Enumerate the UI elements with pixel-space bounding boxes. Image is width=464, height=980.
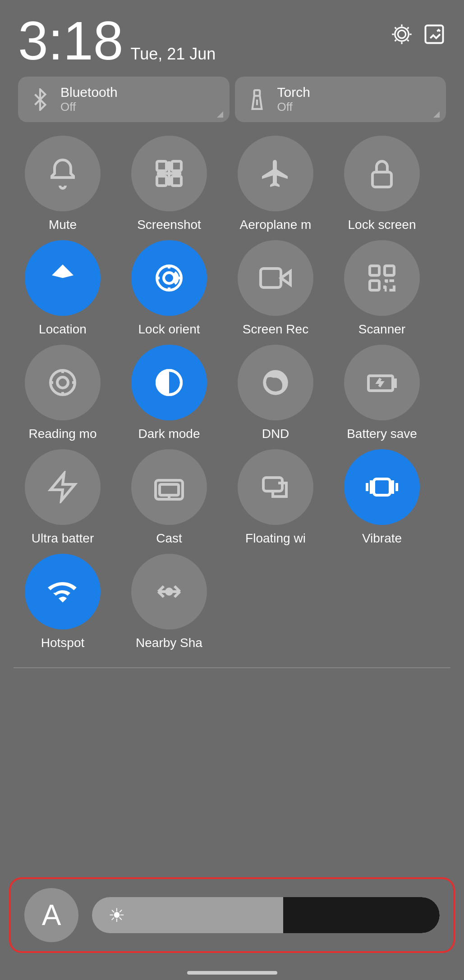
- avatar-button[interactable]: A: [24, 888, 78, 942]
- settings-icon[interactable]: [390, 23, 413, 46]
- lockorient-label: Lock orient: [138, 322, 200, 337]
- cast-circle: [131, 449, 207, 525]
- floatingwindow-icon: [259, 471, 292, 503]
- scanner-tile[interactable]: Scanner: [333, 240, 431, 337]
- lockscreen-icon: [366, 157, 398, 190]
- svg-rect-7: [172, 161, 181, 171]
- darkmode-tile[interactable]: Dark mode: [120, 345, 218, 441]
- cast-icon: [153, 471, 185, 503]
- location-icon: [46, 262, 79, 294]
- readingmode-tile[interactable]: Reading mo: [14, 345, 112, 441]
- clock-date: Tue, 21 Jun: [131, 45, 216, 64]
- dnd-circle: [238, 345, 313, 420]
- ultrabattery-label: Ultra batter: [32, 531, 94, 546]
- readingmode-label: Reading mo: [29, 427, 97, 441]
- location-tile[interactable]: Location: [14, 240, 112, 337]
- vibrate-icon: [366, 471, 398, 503]
- status-icons: [390, 14, 446, 46]
- dnd-icon: [259, 366, 292, 399]
- dnd-tile[interactable]: DND: [226, 345, 325, 441]
- home-indicator: [187, 971, 277, 975]
- scanner-icon: [366, 262, 398, 294]
- aeroplane-icon: [259, 157, 292, 190]
- mute-label: Mute: [49, 218, 77, 232]
- bluetooth-label: Bluetooth: [60, 85, 118, 100]
- svg-marker-15: [281, 271, 290, 285]
- screenshot-tile[interactable]: Screenshot: [120, 136, 218, 232]
- svg-rect-2: [426, 26, 443, 43]
- bottom-bar: A ☀: [9, 877, 455, 953]
- location-circle: [25, 240, 101, 316]
- vibrate-label: Vibrate: [362, 531, 402, 546]
- clock-time: 3:18: [18, 14, 124, 68]
- svg-point-0: [398, 30, 405, 38]
- hotspot-tile[interactable]: Hotspot: [14, 554, 112, 650]
- edit-icon[interactable]: [423, 23, 446, 46]
- aeroplane-tile[interactable]: Aeroplane m: [226, 136, 325, 232]
- svg-rect-12: [372, 172, 391, 187]
- svg-rect-17: [370, 266, 379, 275]
- lockorient-tile[interactable]: Lock orient: [120, 240, 218, 337]
- screenshot-icon: [153, 157, 185, 190]
- lockscreen-circle: [344, 136, 420, 211]
- vibrate-tile[interactable]: Vibrate: [333, 449, 431, 546]
- batterysave-icon: [366, 366, 398, 399]
- lockscreen-tile[interactable]: Lock screen: [333, 136, 431, 232]
- screenshot-circle: [131, 136, 207, 211]
- svg-point-21: [57, 377, 68, 388]
- svg-point-14: [164, 273, 175, 283]
- lockscreen-label: Lock screen: [348, 218, 416, 232]
- time-block: 3:18 Tue, 21 Jun: [18, 14, 216, 68]
- ultrabattery-circle: [25, 449, 101, 525]
- torch-icon: [246, 88, 268, 111]
- torch-tile[interactable]: Torch Off: [235, 77, 446, 122]
- brightness-slider[interactable]: ☀: [92, 897, 440, 933]
- floatingwindow-tile[interactable]: Floating wi: [226, 449, 325, 546]
- ultrabattery-tile[interactable]: Ultra batter: [14, 449, 112, 546]
- avatar-label: A: [42, 898, 61, 932]
- bluetooth-arrow: [217, 111, 223, 118]
- batterysave-tile[interactable]: Battery save: [333, 345, 431, 441]
- svg-rect-16: [261, 269, 281, 287]
- nearbyshare-icon: [153, 575, 185, 608]
- batterysave-circle: [344, 345, 420, 420]
- hotspot-circle: [25, 554, 101, 629]
- screenrec-tile[interactable]: Screen Rec: [226, 240, 325, 337]
- nearbyshare-tile[interactable]: Nearby Sha: [120, 554, 218, 650]
- tiles-row-5: Hotspot Nearby Sha: [14, 554, 450, 650]
- vibrate-circle: [344, 449, 420, 525]
- batterysave-label: Battery save: [347, 427, 417, 441]
- mute-tile[interactable]: Mute: [14, 136, 112, 232]
- svg-point-20: [51, 370, 75, 395]
- torch-arrow: [433, 111, 440, 118]
- tiles-row-3: Reading mo Dark mode: [14, 345, 450, 441]
- svg-rect-6: [157, 161, 166, 171]
- lockorient-circle: [131, 240, 207, 316]
- ultrabattery-icon: [46, 471, 79, 503]
- hotspot-icon: [46, 575, 79, 608]
- readingmode-icon: [46, 366, 79, 399]
- svg-rect-29: [160, 484, 179, 495]
- tiles-row-4: Ultra batter Cast: [14, 449, 450, 546]
- screenshot-label: Screenshot: [137, 218, 201, 232]
- aeroplane-circle: [238, 136, 313, 211]
- scanner-label: Scanner: [358, 322, 405, 337]
- status-bar: 3:18 Tue, 21 Jun: [0, 0, 464, 72]
- dnd-label: DND: [262, 427, 289, 441]
- darkmode-circle: [131, 345, 207, 420]
- screenrec-icon: [259, 262, 292, 294]
- divider: [14, 667, 450, 668]
- svg-rect-3: [254, 90, 260, 96]
- readingmode-circle: [25, 345, 101, 420]
- bluetooth-tile[interactable]: Bluetooth Off: [18, 77, 230, 122]
- floatingwindow-label: Floating wi: [245, 531, 306, 546]
- torch-status: Off: [277, 100, 310, 114]
- mute-circle: [25, 136, 101, 211]
- tiles-row-1: Mute Screenshot: [14, 136, 450, 232]
- nearbyshare-label: Nearby Sha: [136, 636, 202, 650]
- svg-rect-8: [157, 176, 166, 186]
- cast-tile[interactable]: Cast: [120, 449, 218, 546]
- svg-rect-9: [172, 176, 181, 186]
- torch-label: Torch: [277, 85, 310, 100]
- darkmode-icon: [153, 366, 185, 399]
